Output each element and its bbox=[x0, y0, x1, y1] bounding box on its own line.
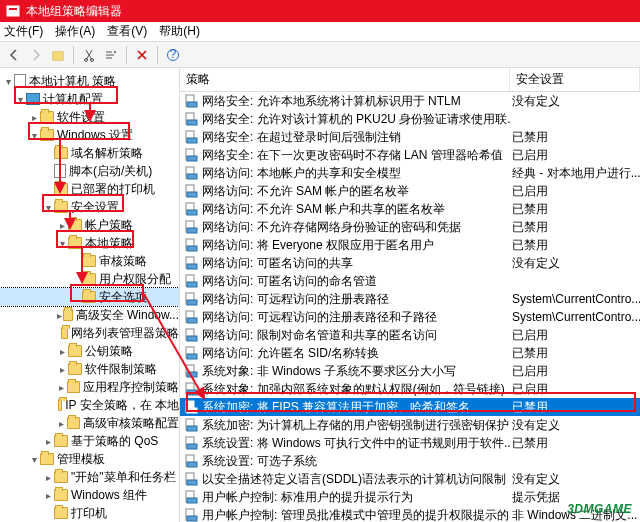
menu-action[interactable]: 操作(A) bbox=[55, 23, 95, 40]
tree-deployed-printers[interactable]: 已部署的打印机 bbox=[0, 180, 179, 198]
tree-windows-settings[interactable]: ▾Windows 设置 bbox=[0, 126, 179, 144]
tree-name-resolution[interactable]: 域名解析策略 bbox=[0, 144, 179, 162]
list-row[interactable]: 系统加密: 为计算机上存储的用户密钥强制进行强密钥保护没有定义 bbox=[180, 416, 640, 434]
svg-rect-13 bbox=[187, 102, 197, 107]
forward-button[interactable] bbox=[26, 45, 46, 65]
tree-scripts[interactable]: 脚本(启动/关机) bbox=[0, 162, 179, 180]
tree-security-settings[interactable]: ▾安全设置 bbox=[0, 198, 179, 216]
svg-rect-43 bbox=[187, 372, 197, 377]
list-row[interactable]: 系统对象: 加强内部系统对象的默认权限(例如，符号链接)已启用 bbox=[180, 380, 640, 398]
policy-setting: 已禁用 bbox=[510, 237, 640, 254]
policy-setting: 已启用 bbox=[510, 183, 640, 200]
list-row[interactable]: 网络访问: 可远程访问的注册表路径和子路径System\CurrentContr… bbox=[180, 308, 640, 326]
tree-qos[interactable]: ▸基于策略的 QoS bbox=[0, 432, 179, 450]
policy-icon bbox=[184, 238, 198, 252]
tree-computer-config[interactable]: ▾计算机配置 bbox=[0, 90, 179, 108]
svg-rect-45 bbox=[187, 390, 197, 395]
cut-button[interactable] bbox=[79, 45, 99, 65]
policy-icon bbox=[184, 382, 198, 396]
folder-icon bbox=[61, 327, 68, 339]
policy-setting: 没有定义 bbox=[510, 471, 640, 488]
help-button[interactable]: ? bbox=[163, 45, 183, 65]
list-row[interactable]: 网络访问: 不允许 SAM 帐户和共享的匿名枚举已禁用 bbox=[180, 200, 640, 218]
tree-pki[interactable]: ▸公钥策略 bbox=[0, 342, 179, 360]
list-row[interactable]: 网络安全: 允许本地系统将计算机标识用于 NTLM没有定义 bbox=[180, 92, 640, 110]
col-setting[interactable]: 安全设置 bbox=[510, 68, 640, 91]
tree-printers[interactable]: 打印机 bbox=[0, 504, 179, 522]
tree-security-options[interactable]: 安全选项 bbox=[0, 288, 179, 306]
policy-icon bbox=[184, 256, 198, 270]
tree-aap[interactable]: ▸高级审核策略配置 bbox=[0, 414, 179, 432]
list-row[interactable]: 网络访问: 可远程访问的注册表路径System\CurrentContro... bbox=[180, 290, 640, 308]
list-row[interactable]: 以安全描述符定义语言(SDDL)语法表示的计算机访问限制没有定义 bbox=[180, 470, 640, 488]
list-header: 策略 安全设置 bbox=[180, 68, 640, 92]
policy-name: 系统对象: 加强内部系统对象的默认权限(例如，符号链接) bbox=[202, 381, 505, 398]
policy-setting: System\CurrentContro... bbox=[510, 292, 640, 306]
policy-name: 网络访问: 可远程访问的注册表路径和子路径 bbox=[202, 309, 437, 326]
policy-icon bbox=[184, 274, 198, 288]
tree-audit-policy[interactable]: 审核策略 bbox=[0, 252, 179, 270]
svg-rect-29 bbox=[187, 246, 197, 251]
svg-rect-33 bbox=[187, 282, 197, 287]
policy-icon bbox=[184, 166, 198, 180]
tree-wfw[interactable]: ▸高级安全 Window... bbox=[0, 306, 179, 324]
list-row[interactable]: 网络安全: 允许对该计算机的 PKU2U 身份验证请求使用联... bbox=[180, 110, 640, 128]
policy-setting: 已启用 bbox=[510, 363, 640, 380]
list-row[interactable]: 系统加密: 将 FIPS 兼容算法用于加密、哈希和签名已禁用 bbox=[180, 398, 640, 416]
tree-account-policies[interactable]: ▸帐户策略 bbox=[0, 216, 179, 234]
policy-setting: 已禁用 bbox=[510, 435, 640, 452]
tree-start-menu[interactable]: ▸"开始"菜单和任务栏 bbox=[0, 468, 179, 486]
list-row[interactable]: 网络访问: 将 Everyone 权限应用于匿名用户已禁用 bbox=[180, 236, 640, 254]
folder-icon bbox=[54, 147, 68, 159]
policy-name: 系统加密: 为计算机上存储的用户密钥强制进行强密钥保护 bbox=[202, 417, 509, 434]
policy-icon bbox=[184, 328, 198, 342]
menu-file[interactable]: 文件(F) bbox=[4, 23, 43, 40]
list-row[interactable]: 网络安全: 在超过登录时间后强制注销已禁用 bbox=[180, 128, 640, 146]
tree-pane[interactable]: ▾本地计算机 策略 ▾计算机配置 ▸软件设置 ▾Windows 设置 域名解析策… bbox=[0, 68, 180, 522]
policy-icon bbox=[184, 292, 198, 306]
list-row[interactable]: 网络访问: 允许匿名 SID/名称转换已禁用 bbox=[180, 344, 640, 362]
tree-software-settings[interactable]: ▸软件设置 bbox=[0, 108, 179, 126]
tree-user-rights[interactable]: 用户权限分配 bbox=[0, 270, 179, 288]
list-pane[interactable]: 策略 安全设置 网络安全: 允许本地系统将计算机标识用于 NTLM没有定义网络安… bbox=[180, 68, 640, 522]
menu-view[interactable]: 查看(V) bbox=[107, 23, 147, 40]
tree-nlm[interactable]: 网络列表管理器策略 bbox=[0, 324, 179, 342]
policy-name: 网络安全: 允许本地系统将计算机标识用于 NTLM bbox=[202, 93, 461, 110]
properties-button[interactable] bbox=[101, 45, 121, 65]
policy-icon bbox=[184, 202, 198, 216]
policy-name: 用户帐户控制: 管理员批准模式中管理员的提升权限提示的... bbox=[202, 507, 510, 523]
tree-acp[interactable]: ▸应用程序控制策略 bbox=[0, 378, 179, 396]
list-row[interactable]: 网络访问: 本地帐户的共享和安全模型经典 - 对本地用户进行... bbox=[180, 164, 640, 182]
policy-setting: 没有定义 bbox=[510, 417, 640, 434]
list-row[interactable]: 系统设置: 可选子系统 bbox=[180, 452, 640, 470]
toolbar: ? bbox=[0, 42, 640, 68]
list-row[interactable]: 网络访问: 不允许 SAM 帐户的匿名枚举已启用 bbox=[180, 182, 640, 200]
folder-icon bbox=[58, 399, 62, 411]
policy-setting: System\CurrentContro... bbox=[510, 310, 640, 324]
menu-bar: 文件(F) 操作(A) 查看(V) 帮助(H) bbox=[0, 22, 640, 42]
tree-root[interactable]: ▾本地计算机 策略 bbox=[0, 72, 179, 90]
tree-ipsec[interactable]: IP 安全策略，在 本地 bbox=[0, 396, 179, 414]
list-row[interactable]: 系统设置: 将 Windows 可执行文件中的证书规则用于软件...已禁用 bbox=[180, 434, 640, 452]
list-row[interactable]: 系统对象: 非 Windows 子系统不要求区分大小写已启用 bbox=[180, 362, 640, 380]
back-button[interactable] bbox=[4, 45, 24, 65]
tree-srp[interactable]: ▸软件限制策略 bbox=[0, 360, 179, 378]
list-row[interactable]: 网络安全: 在下一次更改密码时不存储 LAN 管理器哈希值已启用 bbox=[180, 146, 640, 164]
delete-button[interactable] bbox=[132, 45, 152, 65]
policy-icon bbox=[184, 454, 198, 468]
list-row[interactable]: 网络访问: 可匿名访问的命名管道 bbox=[180, 272, 640, 290]
list-row[interactable]: 网络访问: 可匿名访问的共享没有定义 bbox=[180, 254, 640, 272]
col-policy[interactable]: 策略 bbox=[180, 68, 510, 91]
menu-help[interactable]: 帮助(H) bbox=[159, 23, 200, 40]
tree-win-components[interactable]: ▸Windows 组件 bbox=[0, 486, 179, 504]
svg-rect-1 bbox=[9, 8, 17, 10]
svg-rect-49 bbox=[187, 426, 197, 431]
folder-icon bbox=[40, 453, 54, 465]
folder-icon bbox=[82, 255, 96, 267]
tree-local-policies[interactable]: ▾本地策略 bbox=[0, 234, 179, 252]
list-row[interactable]: 网络访问: 限制对命名管道和共享的匿名访问已启用 bbox=[180, 326, 640, 344]
svg-rect-31 bbox=[187, 264, 197, 269]
list-row[interactable]: 网络访问: 不允许存储网络身份验证的密码和凭据已禁用 bbox=[180, 218, 640, 236]
up-button[interactable] bbox=[48, 45, 68, 65]
tree-admin-templates[interactable]: ▾管理模板 bbox=[0, 450, 179, 468]
